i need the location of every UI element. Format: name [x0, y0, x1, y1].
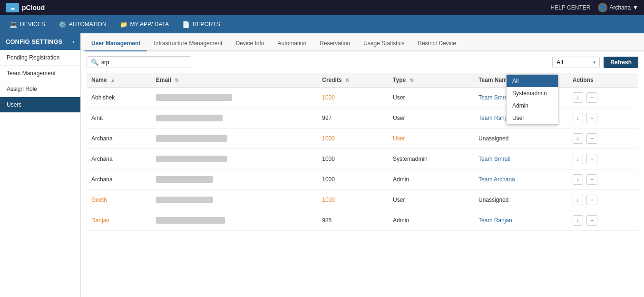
tab-device-info[interactable]: Device Info — [229, 36, 271, 51]
action-download-btn[interactable]: ↓ — [573, 113, 583, 123]
table-area: 🔍 All Systemadmin Admin User Refresh — [81, 51, 644, 297]
cell-type: User — [388, 129, 474, 149]
tab-restrict-device[interactable]: Restrict Device — [411, 36, 463, 51]
email-sort-icon: ⇅ — [175, 78, 178, 83]
col-header-email: Email ⇅ — [151, 73, 317, 88]
action-download-btn[interactable]: ↓ — [573, 195, 583, 205]
nav-automation[interactable]: ⚙️ AUTOMATION — [53, 18, 112, 31]
search-filter-row: 🔍 All Systemadmin Admin User Refresh — [87, 56, 638, 68]
cell-name: Ranjan — [87, 210, 151, 231]
logo-icon: ☁ — [6, 3, 19, 12]
cell-credits: 1000 — [317, 190, 388, 210]
col-header-credits: Credits ⇅ — [317, 73, 388, 88]
user-menu[interactable]: 👤 Archana ▼ — [598, 3, 638, 12]
cell-credits: 997 — [317, 108, 388, 129]
app-logo: ☁ pCloud — [6, 3, 45, 12]
sidebar-header[interactable]: CONFIG SETTINGS › — [0, 33, 80, 50]
main-layout: CONFIG SETTINGS › Pending Registration T… — [0, 33, 644, 297]
sidebar-item-assign-role[interactable]: Assign Role — [0, 81, 80, 97]
logo-text: pCloud — [22, 4, 45, 11]
col-header-name: Name ▲ — [87, 73, 151, 88]
action-remove-btn[interactable]: − — [586, 154, 597, 164]
cell-team-name: Team Smruti — [474, 149, 568, 169]
cell-type: Admin — [388, 169, 474, 190]
action-download-btn[interactable]: ↓ — [573, 174, 583, 185]
help-center-link[interactable]: HELP CENTER — [551, 4, 591, 11]
cell-team-name: Unassigned — [474, 129, 568, 149]
table-row: Geeth 1000 User Unassigned ↓ − — [87, 190, 638, 210]
dropdown-option-admin[interactable]: Admin — [507, 99, 558, 112]
cell-credits: 1000 — [317, 88, 388, 108]
cell-name: Archana — [87, 169, 151, 190]
cell-type: Admin — [388, 210, 474, 231]
search-icon: 🔍 — [91, 59, 98, 66]
top-navbar-right: HELP CENTER 👤 Archana ▼ — [551, 3, 638, 12]
search-box[interactable]: 🔍 — [87, 56, 191, 68]
sidebar-item-team-management[interactable]: Team Management — [0, 66, 80, 81]
table-row: Archana 1000 User Unassigned ↓ − — [87, 129, 638, 149]
action-remove-btn[interactable]: − — [586, 133, 597, 144]
sidebar-assign-role-label: Assign Role — [7, 86, 37, 92]
search-input[interactable] — [101, 59, 187, 66]
tab-infrastructure-management[interactable]: Infrastructure Management — [147, 36, 229, 51]
table-row: Archana 1000 Admin Team Archana ↓ − — [87, 169, 638, 190]
type-filter-select[interactable]: All Systemadmin Admin User — [552, 57, 600, 68]
sidebar-item-users[interactable]: Users — [0, 97, 80, 113]
cell-actions: ↓ − — [568, 129, 638, 149]
cell-name: Amit — [87, 108, 151, 129]
content-area: User Management Infrastructure Managemen… — [81, 33, 644, 297]
dropdown-option-all[interactable]: All — [507, 75, 558, 87]
table-row: Archana 1000 Systemadmin Team Smruti ↓ − — [87, 149, 638, 169]
sidebar-pending-label: Pending Registration — [7, 54, 59, 61]
cell-type: User — [388, 88, 474, 108]
tab-bar: User Management Infrastructure Managemen… — [81, 33, 644, 51]
dropdown-option-user[interactable]: User — [507, 112, 558, 124]
dropdown-option-systemadmin[interactable]: Systemadmin — [507, 87, 558, 99]
tab-automation[interactable]: Automation — [271, 36, 313, 51]
action-download-btn[interactable]: ↓ — [573, 92, 583, 103]
cell-actions: ↓ − — [568, 169, 638, 190]
nav-reports[interactable]: 📄 REPORTS — [176, 18, 226, 31]
filter-refresh: All Systemadmin Admin User Refresh — [552, 57, 638, 68]
cell-email — [151, 190, 317, 210]
action-remove-btn[interactable]: − — [586, 215, 597, 226]
cell-actions: ↓ − — [568, 210, 638, 231]
action-remove-btn[interactable]: − — [586, 195, 597, 205]
cell-name: Archana — [87, 149, 151, 169]
action-download-btn[interactable]: ↓ — [573, 215, 583, 226]
tab-usage-statistics[interactable]: Usage Statistics — [357, 36, 411, 51]
devices-icon: 💻 — [10, 21, 17, 28]
action-download-btn[interactable]: ↓ — [573, 133, 583, 144]
nav-my-app-data[interactable]: 📁 MY APP/ DATA — [114, 18, 175, 31]
action-remove-btn[interactable]: − — [586, 92, 597, 103]
nav-devices-label: DEVICES — [20, 21, 45, 28]
nav-reports-label: REPORTS — [193, 21, 220, 28]
cell-credits: 1000 — [317, 169, 388, 190]
action-remove-btn[interactable]: − — [586, 113, 597, 123]
type-filter-wrapper: All Systemadmin Admin User — [552, 57, 600, 68]
secondary-navbar: 💻 DEVICES ⚙️ AUTOMATION 📁 MY APP/ DATA 📄… — [0, 15, 644, 33]
cell-credits: 985 — [317, 210, 388, 231]
user-name: Archana — [609, 4, 631, 11]
cell-actions: ↓ − — [568, 190, 638, 210]
tab-reservation[interactable]: Reservation — [313, 36, 357, 51]
nav-devices[interactable]: 💻 DEVICES — [4, 18, 51, 31]
sidebar-users-label: Users — [7, 101, 21, 108]
type-sort-icon: ⇅ — [410, 78, 413, 83]
cell-actions: ↓ − — [568, 108, 638, 129]
my-app-data-icon: 📁 — [120, 21, 127, 28]
sidebar-item-pending-registration[interactable]: Pending Registration — [0, 50, 80, 66]
action-download-btn[interactable]: ↓ — [573, 154, 583, 164]
tab-user-management[interactable]: User Management — [85, 36, 147, 51]
nav-automation-label: AUTOMATION — [69, 21, 107, 28]
reports-icon: 📄 — [182, 21, 190, 28]
action-remove-btn[interactable]: − — [586, 174, 597, 185]
automation-icon: ⚙️ — [59, 21, 66, 28]
cell-credits: 1000 — [317, 149, 388, 169]
cell-team-name: Team Archana — [474, 169, 568, 190]
col-header-actions: Actions — [568, 73, 638, 88]
refresh-button[interactable]: Refresh — [604, 57, 638, 68]
cell-team-name: Team Ranjan — [474, 210, 568, 231]
sidebar: CONFIG SETTINGS › Pending Registration T… — [0, 33, 81, 297]
cell-email — [151, 210, 317, 231]
